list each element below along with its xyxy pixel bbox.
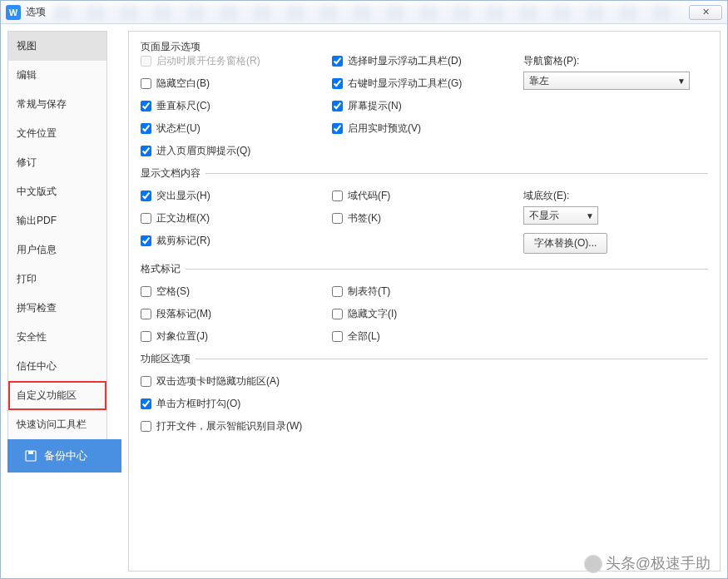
legend-ribbon: 功能区选项 bbox=[141, 352, 196, 366]
page-display-b-3[interactable]: 启用实时预览(V) bbox=[332, 121, 523, 136]
group-ribbon: 功能区选项 双击选项卡时隐藏功能区(A)单击方框时打勾(O)打开文件，展示智能识… bbox=[141, 352, 708, 438]
group-format-marks: 格式标记 空格(S)段落标记(M)对象位置(J) 制表符(T)隐藏文字(I)全部… bbox=[141, 262, 708, 349]
sidebar-item-8[interactable]: 打印 bbox=[8, 265, 106, 294]
page-display-b-2-checkbox[interactable] bbox=[332, 101, 343, 111]
ribbon-opt-1-checkbox[interactable] bbox=[141, 398, 151, 409]
page-display-b-0[interactable]: 选择时显示浮动工具栏(D) bbox=[332, 54, 523, 68]
page-display-a-0-label: 启动时展开任务窗格(R) bbox=[156, 54, 260, 68]
format-marks-a-0-checkbox[interactable] bbox=[141, 286, 151, 297]
format-marks-b-2[interactable]: 全部(L) bbox=[332, 329, 523, 344]
doc-content-a-0[interactable]: 突出显示(H) bbox=[141, 189, 332, 203]
page-display-a-3-checkbox[interactable] bbox=[141, 123, 151, 134]
close-button[interactable]: ✕ bbox=[689, 5, 722, 20]
sidebar-item-11[interactable]: 信任中心 bbox=[8, 352, 106, 381]
doc-content-b-1-checkbox[interactable] bbox=[332, 213, 343, 224]
close-icon: ✕ bbox=[702, 7, 710, 17]
options-dialog: W 选项 ✕ 视图编辑常规与保存文件位置修订中文版式输出PDF用户信息打印拼写检… bbox=[0, 0, 728, 579]
format-marks-b-2-label: 全部(L) bbox=[348, 329, 380, 344]
doc-content-a-0-checkbox[interactable] bbox=[141, 191, 151, 201]
window-title: 选项 bbox=[26, 5, 46, 19]
chevron-down-icon: ▼ bbox=[677, 77, 686, 86]
ribbon-opt-2-label: 打开文件，展示智能识别目录(W) bbox=[156, 419, 302, 433]
page-display-b-3-checkbox[interactable] bbox=[332, 123, 343, 134]
doc-content-a-2[interactable]: 裁剪标记(R) bbox=[141, 234, 332, 248]
ribbon-opt-2-checkbox[interactable] bbox=[141, 421, 151, 432]
app-icon: W bbox=[6, 5, 21, 20]
page-display-b-0-checkbox[interactable] bbox=[332, 56, 343, 67]
chevron-down-icon: ▼ bbox=[586, 211, 594, 220]
group-doc-content: 显示文档内容 突出显示(H)正文边框(X)裁剪标记(R) 域代码(F)书签(K)… bbox=[141, 166, 708, 259]
body: 视图编辑常规与保存文件位置修订中文版式输出PDF用户信息打印拼写检查安全性信任中… bbox=[1, 24, 727, 578]
sidebar-item-13[interactable]: 快速访问工具栏 bbox=[8, 410, 106, 439]
titlebar: W 选项 ✕ bbox=[1, 1, 727, 24]
doc-content-b-0-label: 域代码(F) bbox=[348, 189, 390, 203]
ribbon-opt-1[interactable]: 单击方框时打勾(O) bbox=[141, 397, 708, 411]
titlebar-blur bbox=[54, 5, 681, 20]
format-marks-b-0[interactable]: 制表符(T) bbox=[332, 285, 523, 299]
field-shading-combo[interactable]: 不显示 ▼ bbox=[523, 206, 598, 225]
doc-content-a-1-checkbox[interactable] bbox=[141, 213, 151, 224]
doc-content-b-1[interactable]: 书签(K) bbox=[332, 211, 523, 225]
sidebar-item-10[interactable]: 安全性 bbox=[8, 323, 106, 352]
nav-pane-value: 靠左 bbox=[529, 74, 549, 88]
sidebar-item-1[interactable]: 编辑 bbox=[8, 61, 106, 90]
page-display-a-3-label: 状态栏(U) bbox=[156, 121, 201, 136]
doc-content-a-1[interactable]: 正文边框(X) bbox=[141, 211, 332, 225]
page-display-b-0-label: 选择时显示浮动工具栏(D) bbox=[348, 54, 462, 68]
sidebar-item-12[interactable]: 自定义功能区 bbox=[8, 381, 106, 410]
page-display-a-1-checkbox[interactable] bbox=[141, 78, 151, 89]
sidebar: 视图编辑常规与保存文件位置修订中文版式输出PDF用户信息打印拼写检查安全性信任中… bbox=[7, 31, 107, 439]
format-marks-b-1-checkbox[interactable] bbox=[332, 309, 343, 319]
sidebar-item-4[interactable]: 修订 bbox=[8, 148, 106, 177]
legend-page-display: 页面显示选项 bbox=[141, 40, 206, 54]
font-substitution-button[interactable]: 字体替换(O)... bbox=[523, 233, 607, 254]
page-display-b-1[interactable]: 右键时显示浮动工具栏(G) bbox=[332, 77, 523, 91]
legend-doc-content: 显示文档内容 bbox=[141, 166, 206, 181]
page-display-b-2[interactable]: 屏幕提示(N) bbox=[332, 99, 523, 113]
format-marks-a-1-checkbox[interactable] bbox=[141, 309, 151, 319]
format-marks-b-2-checkbox[interactable] bbox=[332, 331, 343, 342]
backup-center-button[interactable]: 备份中心 bbox=[7, 439, 121, 473]
format-marks-a-0[interactable]: 空格(S) bbox=[141, 285, 332, 299]
format-marks-a-2-checkbox[interactable] bbox=[141, 331, 151, 342]
page-display-a-3[interactable]: 状态栏(U) bbox=[141, 121, 332, 136]
page-display-b-1-label: 右键时显示浮动工具栏(G) bbox=[348, 77, 462, 91]
doc-content-b-0-checkbox[interactable] bbox=[332, 191, 343, 201]
page-display-b-3-label: 启用实时预览(V) bbox=[348, 121, 421, 136]
field-shading-label: 域底纹(E): bbox=[523, 189, 598, 203]
ribbon-opt-0[interactable]: 双击选项卡时隐藏功能区(A) bbox=[141, 374, 708, 388]
sidebar-item-0[interactable]: 视图 bbox=[8, 32, 106, 61]
svg-rect-1 bbox=[28, 451, 33, 454]
doc-content-b-1-label: 书签(K) bbox=[348, 211, 381, 225]
page-display-a-4-label: 进入页眉页脚提示(Q) bbox=[156, 144, 250, 158]
page-display-a-2-checkbox[interactable] bbox=[141, 101, 151, 111]
sidebar-item-9[interactable]: 拼写检查 bbox=[8, 294, 106, 323]
format-marks-b-0-checkbox[interactable] bbox=[332, 286, 343, 297]
group-page-display: 页面显示选项 启动时展开任务窗格(R)隐藏空白(B)垂直标尺(C)状态栏(U)进… bbox=[141, 40, 708, 163]
page-display-b-2-label: 屏幕提示(N) bbox=[348, 99, 402, 113]
page-display-a-0-checkbox bbox=[141, 56, 151, 67]
page-display-a-4[interactable]: 进入页眉页脚提示(Q) bbox=[141, 144, 332, 158]
format-marks-a-1[interactable]: 段落标记(M) bbox=[141, 307, 332, 321]
page-display-a-4-checkbox[interactable] bbox=[141, 146, 151, 156]
page-display-a-2[interactable]: 垂直标尺(C) bbox=[141, 99, 332, 113]
doc-content-b-0[interactable]: 域代码(F) bbox=[332, 189, 523, 203]
sidebar-item-6[interactable]: 输出PDF bbox=[8, 206, 106, 235]
doc-content-a-2-checkbox[interactable] bbox=[141, 235, 151, 246]
bottom-bar: 备份中心 bbox=[7, 439, 121, 473]
sidebar-item-7[interactable]: 用户信息 bbox=[8, 235, 106, 265]
ribbon-opt-0-label: 双击选项卡时隐藏功能区(A) bbox=[156, 374, 280, 388]
page-display-a-1[interactable]: 隐藏空白(B) bbox=[141, 77, 332, 91]
sidebar-item-5[interactable]: 中文版式 bbox=[8, 177, 106, 206]
ribbon-opt-2[interactable]: 打开文件，展示智能识别目录(W) bbox=[141, 419, 708, 433]
nav-pane-combo[interactable]: 靠左 ▼ bbox=[523, 72, 690, 90]
format-marks-a-2[interactable]: 对象位置(J) bbox=[141, 329, 332, 344]
ribbon-opt-0-checkbox[interactable] bbox=[141, 376, 151, 387]
format-marks-a-1-label: 段落标记(M) bbox=[156, 307, 211, 321]
format-marks-b-1[interactable]: 隐藏文字(I) bbox=[332, 307, 523, 321]
format-marks-b-0-label: 制表符(T) bbox=[348, 285, 390, 299]
page-display-b-1-checkbox[interactable] bbox=[332, 78, 343, 89]
sidebar-item-2[interactable]: 常规与保存 bbox=[8, 90, 106, 119]
sidebar-item-3[interactable]: 文件位置 bbox=[8, 119, 106, 148]
format-marks-a-2-label: 对象位置(J) bbox=[156, 329, 208, 344]
